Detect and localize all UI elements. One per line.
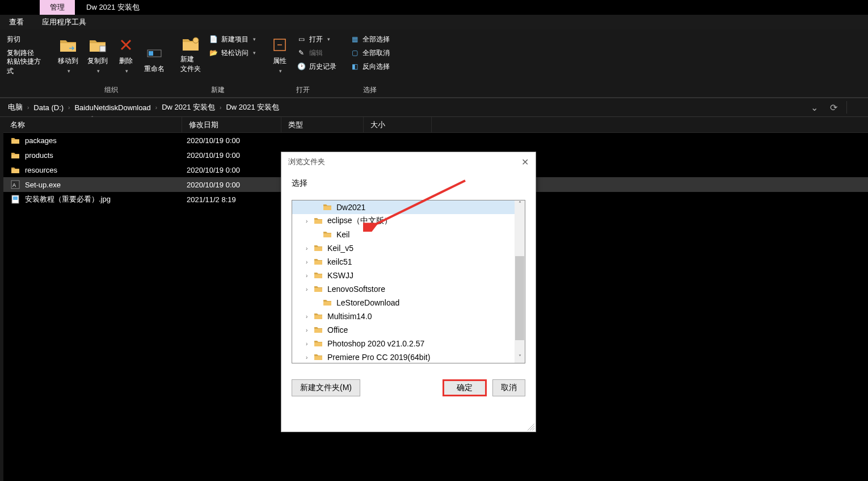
file-row[interactable]: packages2020/10/19 0:00 (3, 133, 868, 148)
rename-icon (145, 44, 163, 62)
folder-icon (314, 325, 324, 334)
scroll-thumb[interactable] (515, 256, 524, 340)
search-divider (846, 101, 859, 114)
dialog-label: 选择 (281, 172, 536, 193)
open-icon: ▭ (297, 35, 306, 44)
tree-item[interactable]: ›Keil_v5 (292, 241, 525, 255)
refresh-icon[interactable]: ⟳ (827, 101, 840, 114)
file-icon (10, 135, 20, 145)
tree-item-label: LeStoreDownload (336, 298, 399, 307)
tree-item-label: Dw2021 (336, 203, 365, 212)
easy-access-button[interactable]: 📂轻松访问 (207, 47, 258, 59)
breadcrumb-item[interactable]: 电脑 (5, 102, 26, 112)
file-icon (10, 194, 20, 204)
tree-item[interactable]: ›keilc51 (292, 255, 525, 269)
tree-item[interactable]: ›KSWJJ (292, 269, 525, 282)
tree-item[interactable]: ›LenovoSoftstore (292, 282, 525, 296)
tabs-row: 管理 Dw 2021 安装包 (0, 0, 868, 15)
dialog-titlebar[interactable]: 浏览文件夹 ✕ (281, 152, 536, 172)
select-invert-button[interactable]: ◧反向选择 (348, 60, 392, 73)
scroll-up-icon[interactable]: ˄ (515, 200, 524, 210)
history-icon: 🕑 (297, 62, 306, 71)
browse-folder-dialog: 浏览文件夹 ✕ 选择 Dw2021›eclipse（中文版）Keil›Keil_… (281, 152, 536, 432)
breadcrumb[interactable]: 电脑› Data (D:)› BaiduNetdiskDownload› Dw … (0, 98, 868, 117)
chevron-right-icon: › (27, 104, 29, 111)
properties-button[interactable]: 属性 (267, 33, 292, 76)
properties-icon (271, 36, 289, 54)
file-date: 2020/10/19 0:00 (187, 166, 286, 174)
expander-icon[interactable]: › (306, 286, 314, 292)
expander-icon[interactable]: › (306, 354, 314, 361)
expander-icon[interactable]: › (306, 313, 314, 320)
breadcrumb-item[interactable]: Data (D:) (30, 103, 67, 112)
ribbon-group-organize: 移动到 复制到 删除 重命名 组织 (50, 30, 172, 97)
tree-item-label: keilc51 (327, 257, 352, 266)
new-folder-button[interactable]: 新建文件夹(M) (292, 379, 360, 396)
group-label-open: 打开 (267, 84, 339, 96)
folder-icon (314, 216, 324, 225)
folder-tree[interactable]: Dw2021›eclipse（中文版）Keil›Keil_v5›keilc51›… (292, 200, 525, 363)
chevron-right-icon: › (155, 104, 157, 111)
expander-icon[interactable]: › (306, 341, 314, 347)
tab-manage[interactable]: 管理 (40, 0, 75, 15)
menu-row: 查看 应用程序工具 (0, 15, 868, 30)
history-button[interactable]: 🕑历史记录 (294, 60, 339, 73)
tree-item[interactable]: ›Office (292, 323, 525, 337)
breadcrumb-item[interactable]: Dw 2021 安装包 (158, 102, 218, 112)
tree-item[interactable]: ›Photoshop 2020 v21.0.2.57 (292, 337, 525, 350)
folder-icon (323, 203, 333, 212)
move-to-button[interactable]: 移动到 (54, 33, 82, 76)
tree-item[interactable]: ›Premiere Pro CC 2019(64bit) (292, 350, 525, 363)
select-all-button[interactable]: ▦全部选择 (348, 33, 392, 45)
resize-grip-icon[interactable] (528, 424, 534, 430)
folder-icon (59, 36, 77, 54)
folder-icon (314, 257, 324, 266)
column-type[interactable]: 类型 (281, 117, 364, 132)
expander-icon[interactable]: › (306, 259, 314, 265)
expander-icon[interactable]: › (306, 327, 314, 333)
tree-item[interactable]: ›eclipse（中文版） (292, 214, 525, 228)
rename-button[interactable]: 重命名 (141, 33, 168, 76)
cancel-button[interactable]: 取消 (492, 379, 525, 396)
ribbon-group-select: ▦全部选择 ▢全部取消 ◧反向选择 选择 (343, 30, 397, 97)
dropdown-icon[interactable]: ⌄ (808, 101, 820, 114)
expander-icon[interactable]: › (306, 218, 314, 224)
edit-button[interactable]: ✎编辑 (294, 47, 339, 59)
scrollbar[interactable]: ˄ ˅ (515, 200, 525, 363)
select-invert-icon: ◧ (350, 62, 359, 71)
file-date: 2021/11/2 8:19 (187, 195, 286, 204)
dialog-buttons: 新建文件夹(M) 确定 取消 (281, 363, 536, 403)
open-button[interactable]: ▭打开 (294, 33, 339, 45)
tree-item[interactable]: ›Multisim14.0 (292, 309, 525, 323)
folder-icon (314, 312, 324, 321)
breadcrumb-item[interactable]: BaiduNetdiskDownload (71, 103, 154, 112)
tab-apptools[interactable]: 应用程序工具 (33, 15, 95, 30)
close-icon[interactable]: ✕ (521, 157, 529, 168)
tree-item-label: KSWJJ (327, 271, 353, 280)
file-icon (10, 150, 20, 160)
column-headers[interactable]: ˆ 名称 修改日期 类型 大小 (3, 117, 868, 133)
new-item-button[interactable]: 📄新建项目 (207, 33, 258, 45)
expander-icon[interactable]: › (306, 245, 314, 252)
expander-icon[interactable]: › (306, 273, 314, 279)
ribbon: 剪切 复制路径 粘贴快捷方式 移动到 复制到 删除 重命名 (0, 30, 868, 98)
folder-icon (314, 244, 324, 253)
file-name: packages (25, 136, 187, 145)
ribbon-group-new: 新建文件夹 📄新建项目 📂轻松访问 新建 (172, 30, 263, 97)
column-size[interactable]: 大小 (364, 117, 432, 132)
tab-view[interactable]: 查看 (0, 15, 33, 30)
cut-button[interactable]: 剪切 (5, 33, 45, 45)
tree-item-label: Office (327, 325, 348, 334)
breadcrumb-item[interactable]: Dw 2021 安装包 (222, 102, 283, 112)
tree-item[interactable]: Keil (292, 228, 525, 241)
ok-button[interactable]: 确定 (443, 379, 487, 396)
paste-shortcut-button[interactable]: 粘贴快捷方式 (5, 60, 45, 73)
column-date[interactable]: 修改日期 (182, 117, 281, 132)
copy-to-button[interactable]: 复制到 (84, 33, 111, 76)
new-folder-button[interactable]: 新建文件夹 (177, 33, 204, 76)
select-none-button[interactable]: ▢全部取消 (348, 47, 392, 59)
scroll-down-icon[interactable]: ˅ (515, 354, 524, 363)
tree-item[interactable]: Dw2021 (292, 200, 525, 214)
tree-item[interactable]: LeStoreDownload (292, 296, 525, 309)
delete-button[interactable]: 删除 (113, 33, 138, 76)
